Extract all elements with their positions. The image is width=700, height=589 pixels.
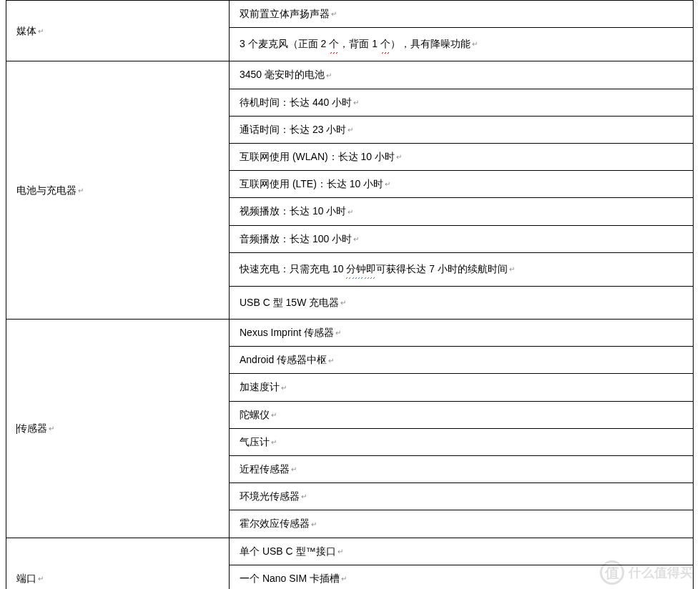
cell-text: 3450 毫安时的电池 [240,69,325,80]
return-icon: ↵ [472,38,478,51]
return-icon: ↵ [326,69,332,82]
return-icon: ↵ [509,263,515,276]
cell-text: Android 传感器中枢 [240,354,327,365]
value-cell: 单个 USB C 型™接口↵ [230,538,694,565]
return-icon: ↵ [337,545,343,558]
cell-text: 加速度计 [240,381,280,392]
value-cell: 霍尔效应传感器↵ [230,510,694,538]
value-cell: Nexus Imprint 传感器↵ [230,320,694,347]
value-cell: 音频播放：长达 100 小时↵ [230,225,694,252]
cell-text: 视频播放：长达 10 小时 [240,205,346,217]
category-cell-sensors: 传感器↵ [6,320,230,538]
category-label: 媒体 [16,25,36,36]
return-icon: ↵ [341,573,347,585]
return-icon: ↵ [328,355,334,367]
return-icon: ↵ [353,96,359,109]
cell-text: 一个 Nano SIM 卡插槽 [240,573,340,584]
cell-text: 近程传感器 [240,463,290,475]
value-cell: 视频播放：长达 10 小时↵ [230,198,694,225]
value-cell: 3 个麦克风（正面 2 个，背面 1 个），具有降噪功能↵ [230,28,694,61]
return-icon: ↵ [331,8,337,21]
cell-text-part: 可获得长达 7 小时的续航时间 [376,263,508,274]
cell-text: 通话时间：长达 23 小时 [240,124,346,135]
return-icon: ↵ [347,206,353,219]
category-cell-ports: 端口↵ [6,538,230,589]
table-row: 端口↵ 单个 USB C 型™接口↵ [6,538,694,565]
cell-text: 气压计 [240,436,270,447]
value-cell: 双前置立体声扬声器↵ [230,1,694,28]
value-cell: 互联网使用 (WLAN)：长达 10 小时↵ [230,143,694,170]
return-icon: ↵ [385,178,390,191]
value-cell: 通话时间：长达 23 小时↵ [230,116,694,143]
cell-text: 互联网使用 (WLAN)：长达 10 小时 [240,151,395,162]
return-icon: ↵ [291,463,297,476]
table-row: 传感器↵ Nexus Imprint 传感器↵ [6,320,694,347]
return-icon: ↵ [38,25,44,38]
cell-text-part: 3 个麦克风（正面 2 [240,38,329,49]
spellcheck-mark: 个 [380,35,390,54]
cell-text: 双前置立体声扬声器 [240,8,330,19]
cell-text: 待机时间：长达 440 小时 [240,96,352,108]
value-cell: 陀螺仪↵ [230,401,694,428]
return-icon: ↵ [396,151,402,164]
spellcheck-mark: 个 [329,35,339,54]
cell-text-part: ，背面 1 [339,38,380,49]
category-cell-battery: 电池与充电器↵ [6,61,230,320]
cell-text: 霍尔效应传感器 [240,518,310,529]
value-cell: 气压计↵ [230,428,694,455]
grammar-mark: 分钟即 [346,260,376,279]
value-cell: 3450 毫安时的电池↵ [230,61,694,89]
cell-text: 互联网使用 (LTE)：长达 10 小时 [240,178,383,189]
value-cell: 快速充电：只需充电 10 分钟即可获得长达 7 小时的续航时间↵ [230,252,694,286]
return-icon: ↵ [301,490,307,503]
spec-table: 媒体↵ 双前置立体声扬声器↵ 3 个麦克风（正面 2 个，背面 1 个），具有降… [6,0,694,589]
return-icon: ↵ [353,233,359,246]
value-cell: 近程传感器↵ [230,456,694,483]
table-row: 电池与充电器↵ 3450 毫安时的电池↵ [6,61,694,89]
category-label: 传感器 [17,422,47,434]
table-row: 媒体↵ 双前置立体声扬声器↵ [6,1,694,28]
value-cell: 一个 Nano SIM 卡插槽↵ [230,565,694,589]
cell-text-part: ），具有降噪功能 [390,38,470,49]
value-cell: 环境光传感器↵ [230,483,694,510]
category-cell-media: 媒体↵ [6,1,230,61]
return-icon: ↵ [311,518,317,531]
return-icon: ↵ [340,297,346,310]
cell-text-part: 快速充电：只需充电 10 [240,263,346,274]
cell-text: 音频播放：长达 100 小时 [240,233,352,244]
return-icon: ↵ [281,382,287,395]
cell-text: 环境光传感器 [240,490,300,502]
return-icon: ↵ [49,422,54,435]
return-icon: ↵ [271,436,277,449]
value-cell: 互联网使用 (LTE)：长达 10 小时↵ [230,171,694,198]
cell-text: 陀螺仪 [240,409,270,420]
value-cell: Android 传感器中枢↵ [230,347,694,374]
return-icon: ↵ [78,184,84,197]
category-label: 端口 [16,573,36,584]
value-cell: 待机时间：长达 440 小时↵ [230,89,694,116]
cell-text: USB C 型 15W 充电器 [240,297,339,308]
return-icon: ↵ [347,124,353,137]
cell-text: Nexus Imprint 传感器 [240,327,334,338]
value-cell: 加速度计↵ [230,374,694,401]
value-cell: USB C 型 15W 充电器↵ [230,286,694,319]
category-label: 电池与充电器 [16,184,77,196]
cell-text: 单个 USB C 型™接口 [240,545,336,557]
return-icon: ↵ [335,327,341,340]
return-icon: ↵ [271,409,277,422]
return-icon: ↵ [38,573,44,585]
